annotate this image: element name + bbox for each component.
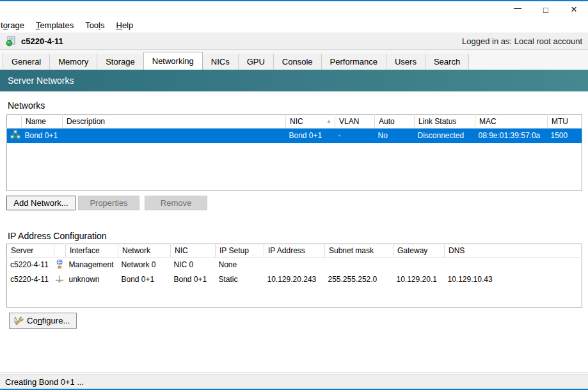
- status-bar: Creating Bond 0+1 ...: [0, 375, 588, 390]
- network-auto: No: [375, 129, 415, 143]
- col-name-header[interactable]: Name: [22, 115, 63, 129]
- ip-interface: Management: [66, 258, 118, 272]
- menu-bar: torage Templates Tools Help: [0, 18, 588, 33]
- col-mac-header[interactable]: MAC: [475, 115, 548, 129]
- network-nic: Bond 0+1: [286, 129, 335, 143]
- col-dns-header[interactable]: DNS: [445, 244, 582, 258]
- tab-nics[interactable]: NICs: [203, 54, 239, 70]
- col-vlan-header[interactable]: VLAN: [335, 115, 375, 129]
- network-name: Bond 0+1: [22, 129, 63, 143]
- management-interface-icon: [54, 259, 65, 271]
- ip-gateway: [393, 258, 445, 272]
- ip-address: [264, 258, 325, 272]
- network-mac: 08:9e:01:39:57:0a: [475, 129, 548, 143]
- tab-search[interactable]: Search: [425, 54, 469, 70]
- ip-config-table-header: Server Interface Network NIC IP Setup IP…: [7, 244, 582, 258]
- ip-dns: 10.129.10.43: [445, 272, 582, 287]
- maximize-button[interactable]: □: [532, 1, 560, 18]
- bond-network-icon: [10, 130, 20, 141]
- ip-setup: Static: [216, 272, 264, 287]
- configure-button[interactable]: Configure...: [9, 313, 77, 329]
- ip-subnet-mask: [325, 258, 393, 272]
- sort-ascending-icon: ▲: [326, 118, 331, 124]
- ip-nic: NIC 0: [171, 258, 216, 272]
- application-window: — □ × torage Templates Tools Help c5220-…: [0, 0, 588, 390]
- networks-table-header: Name Description NIC▲ VLAN Auto Link Sta…: [7, 115, 582, 129]
- tab-memory[interactable]: Memory: [50, 54, 97, 70]
- col-network-header[interactable]: Network: [118, 244, 171, 258]
- networks-section-title: Networks: [8, 100, 582, 111]
- ip-server: c5220-4-11: [7, 258, 54, 272]
- col-ipaddress-header[interactable]: IP Address: [264, 244, 325, 258]
- network-vlan: -: [335, 129, 375, 143]
- title-bar: — □ ×: [0, 1, 588, 18]
- col-ip-nic-header[interactable]: NIC: [171, 244, 216, 258]
- tab-users[interactable]: Users: [386, 54, 425, 70]
- col-server-header[interactable]: Server: [7, 244, 54, 258]
- tab-storage[interactable]: Storage: [97, 54, 144, 70]
- col-ipsetup-header[interactable]: IP Setup: [216, 244, 264, 258]
- close-button[interactable]: ×: [560, 1, 588, 18]
- col-nic-header[interactable]: NIC▲: [286, 115, 335, 129]
- server-bar: c5220-4-11 Logged in as: Local root acco…: [0, 33, 588, 50]
- col-mtu-header[interactable]: MTU: [548, 115, 582, 129]
- tab-performance[interactable]: Performance: [322, 54, 386, 70]
- network-link-status: Disconnected: [415, 129, 475, 143]
- ip-config-section-title: IP Address Configuration: [8, 231, 582, 241]
- ip-network: Bond 0+1: [118, 272, 171, 287]
- menu-item-help[interactable]: Help: [111, 20, 139, 30]
- ip-dns: [445, 258, 582, 272]
- col-interface-icon-header: [54, 244, 66, 258]
- networks-table: Name Description NIC▲ VLAN Auto Link Sta…: [6, 114, 582, 191]
- tab-strip: General Memory Storage Networking NICs G…: [0, 50, 588, 70]
- ip-subnet-mask: 255.255.252.0: [325, 272, 393, 287]
- col-auto-header[interactable]: Auto: [375, 115, 415, 129]
- server-status-icon: [5, 36, 16, 47]
- configure-icon: [13, 316, 27, 326]
- maximize-icon: □: [543, 5, 548, 15]
- ip-row-unknown[interactable]: c5220-4-11 unknown Bond 0+1 Bond 0+1: [7, 272, 582, 287]
- unknown-interface-icon: [54, 274, 65, 286]
- networks-table-empty-area: [7, 143, 582, 191]
- network-description: [63, 129, 286, 143]
- networking-tab-content: Networks Name Description NIC▲ VLAN Auto…: [0, 91, 588, 372]
- remove-button[interactable]: Remove: [145, 196, 207, 210]
- ip-row-management[interactable]: c5220-4-11 Management: [7, 258, 582, 272]
- properties-button[interactable]: Properties: [78, 196, 139, 210]
- ip-gateway: 10.129.20.1: [393, 272, 445, 287]
- menu-item-templates[interactable]: Templates: [30, 20, 79, 30]
- col-subnet-header[interactable]: Subnet mask: [325, 244, 393, 258]
- ip-address: 10.129.20.243: [264, 272, 325, 287]
- minimize-button[interactable]: —: [504, 1, 532, 18]
- ip-nic: Bond 0+1: [171, 272, 216, 287]
- minimize-icon: —: [514, 4, 521, 13]
- menu-item-tools[interactable]: Tools: [79, 20, 110, 30]
- col-gateway-header[interactable]: Gateway: [393, 244, 445, 258]
- col-icon-header: [7, 115, 22, 129]
- tab-general[interactable]: General: [3, 54, 50, 70]
- banner-title: Server Networks: [8, 75, 74, 86]
- close-icon: ×: [571, 3, 577, 16]
- ip-config-table-empty-area: [7, 287, 582, 308]
- server-name: c5220-4-11: [21, 36, 63, 46]
- section-banner: Server Networks: [0, 70, 588, 91]
- col-description-header[interactable]: Description: [63, 115, 286, 129]
- logged-in-as: Logged in as: Local root account: [462, 36, 582, 46]
- network-mtu: 1500: [548, 129, 582, 143]
- tab-networking[interactable]: Networking: [143, 52, 203, 70]
- ip-network: Network 0: [118, 258, 171, 272]
- network-row-bond[interactable]: Bond 0+1 Bond 0+1 - No Disconnected 08:9…: [7, 129, 582, 143]
- ip-server: c5220-4-11: [7, 272, 54, 287]
- tab-gpu[interactable]: GPU: [239, 54, 274, 70]
- networks-button-row: Add Network... Properties Remove: [6, 196, 582, 210]
- col-interface-header[interactable]: Interface: [66, 244, 118, 258]
- col-linkstatus-header[interactable]: Link Status: [415, 115, 475, 129]
- ip-setup: None: [216, 258, 264, 272]
- ip-config-table: Server Interface Network NIC IP Setup IP…: [6, 244, 582, 308]
- tab-console[interactable]: Console: [274, 54, 322, 70]
- add-network-button[interactable]: Add Network...: [6, 196, 75, 210]
- ip-interface: unknown: [66, 272, 118, 287]
- menu-item-storage[interactable]: torage: [0, 20, 30, 30]
- status-text: Creating Bond 0+1 ...: [5, 377, 84, 387]
